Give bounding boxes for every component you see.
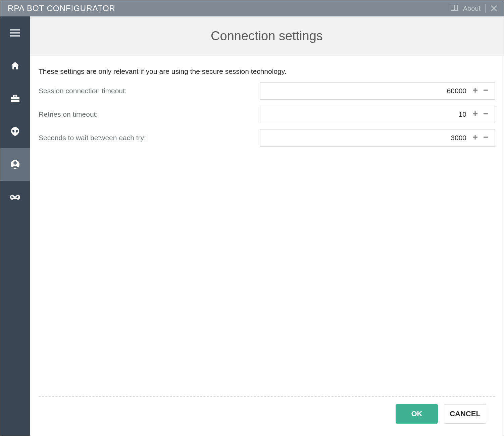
about-label: About [463, 5, 481, 12]
minus-icon [483, 134, 489, 142]
input-retries[interactable] [260, 106, 470, 123]
book-icon [450, 4, 459, 13]
plus-icon [472, 87, 478, 95]
page-header: Connection settings [30, 16, 504, 56]
label-wait-seconds: Seconds to wait between each try: [39, 134, 260, 142]
label-retries: Retries on timeout: [39, 110, 260, 118]
main-pane: Connection settings These settings are o… [30, 16, 504, 436]
footer-separator [39, 396, 495, 397]
user-icon [10, 159, 20, 169]
titlebar-divider [485, 4, 486, 13]
close-button[interactable] [490, 5, 498, 12]
page-title: Connection settings [211, 29, 323, 43]
row-session-timeout: Session connection timeout: [39, 82, 495, 100]
minus-icon [483, 87, 489, 95]
infinity-icon [9, 194, 21, 201]
plus-icon [472, 134, 478, 142]
ok-button[interactable]: OK [396, 404, 438, 424]
cancel-button[interactable]: CANCEL [444, 404, 486, 424]
label-session-timeout: Session connection timeout: [39, 87, 260, 95]
home-icon [10, 61, 20, 70]
svg-point-11 [13, 161, 17, 165]
increment-button[interactable] [470, 132, 481, 143]
sidebar-item-briefcase[interactable] [0, 82, 30, 115]
sidebar-item-home[interactable] [0, 49, 30, 82]
sidebar-item-alien[interactable] [0, 115, 30, 148]
briefcase-icon [10, 94, 20, 103]
sidebar-item-user[interactable] [0, 148, 30, 181]
about-button[interactable]: About [450, 4, 481, 13]
field-retries [260, 106, 495, 123]
plus-icon [472, 110, 478, 118]
page-content: These settings are only relevant if you … [30, 56, 504, 436]
titlebar: RPA BOT CONFIGURATOR About [0, 0, 504, 16]
sidebar [0, 16, 30, 436]
increment-button[interactable] [470, 86, 481, 96]
stepper-wait-seconds [470, 132, 495, 143]
footer-buttons: OK CANCEL [39, 404, 495, 436]
svg-rect-7 [11, 99, 19, 100]
sidebar-item-infinity[interactable] [0, 181, 30, 214]
input-wait-seconds[interactable] [260, 129, 470, 146]
settings-form: Session connection timeout: [39, 82, 495, 153]
input-session-timeout[interactable] [260, 83, 470, 99]
field-session-timeout [260, 82, 495, 100]
page-description: These settings are only relevant if you … [39, 67, 495, 75]
alien-icon [10, 126, 20, 137]
app-body: Connection settings These settings are o… [0, 16, 504, 436]
sidebar-item-menu[interactable] [0, 16, 30, 49]
svg-rect-6 [13, 95, 17, 97]
app-title: RPA BOT CONFIGURATOR [8, 4, 115, 13]
app-window: RPA BOT CONFIGURATOR About [0, 0, 504, 436]
decrement-button[interactable] [481, 109, 491, 120]
row-retries: Retries on timeout: [39, 106, 495, 123]
decrement-button[interactable] [481, 86, 491, 96]
field-wait-seconds [260, 129, 495, 147]
stepper-session-timeout [470, 86, 495, 96]
stepper-retries [470, 109, 495, 120]
decrement-button[interactable] [481, 132, 491, 143]
menu-icon [9, 29, 21, 37]
minus-icon [483, 110, 489, 118]
row-wait-seconds: Seconds to wait between each try: [39, 129, 495, 147]
increment-button[interactable] [470, 109, 481, 120]
